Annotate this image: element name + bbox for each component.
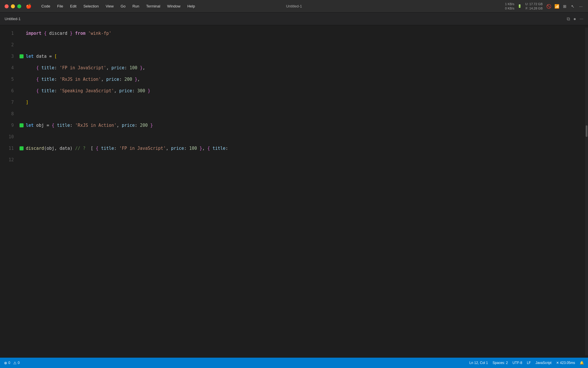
timing-label: ✕ 423.05ms: [556, 361, 575, 365]
menu-item-window[interactable]: Window: [164, 3, 183, 9]
vertical-scrollbar[interactable]: [585, 28, 588, 355]
breakpoint-11[interactable]: [20, 146, 24, 150]
net-download: 0 KB/s: [505, 6, 514, 10]
minimize-button[interactable]: [11, 4, 15, 8]
code-line-1: import { discard } from 'wink-fp': [26, 28, 585, 39]
error-icon: ⊗: [4, 361, 7, 365]
menu-item-go[interactable]: Go: [118, 3, 128, 9]
code-line-12: [26, 154, 585, 166]
storage-u: U: 17.72 GB: [525, 2, 543, 6]
titlebar-icon-group: 🚫 📶 ⊞ ↖ ···: [546, 4, 583, 9]
language-label: JavaScript: [535, 361, 552, 365]
gutter-8: [17, 108, 26, 120]
menu-item-edit[interactable]: Edit: [67, 3, 79, 9]
code-line-2: [26, 39, 585, 51]
menu-item-file[interactable]: File: [54, 3, 66, 9]
gutter-9: [17, 120, 26, 131]
menu-item-terminal[interactable]: Terminal: [143, 3, 163, 9]
titlebar-right: 1 KB/s 0 KB/s 🔋 U: 17.72 GB F: 14.28 GB …: [505, 2, 583, 10]
more-titlebar-icon[interactable]: ···: [578, 4, 583, 9]
blocked-icon[interactable]: 🚫: [546, 4, 551, 9]
menu-item-view[interactable]: View: [103, 3, 117, 9]
debug-gutter: [17, 28, 26, 355]
menu-item-help[interactable]: Help: [184, 3, 198, 9]
line-numbers: 1 2 3 4 5 6 7 8 9 10 11 12: [0, 28, 17, 355]
statusbar-left: ⊗ 0 ⚠ 0: [4, 361, 20, 365]
tabbar-right: ⧉ ● ···: [567, 16, 583, 22]
gutter-12: [17, 154, 26, 166]
gutter-7: [17, 97, 26, 108]
code-area[interactable]: 1 2 3 4 5 6 7 8 9 10 11 12: [0, 25, 588, 358]
spaces-label: Spaces: 2: [493, 361, 508, 365]
gutter-11: [17, 143, 26, 154]
warning-icon: ⚠: [13, 361, 17, 365]
storage-info: U: 17.72 GB F: 14.28 GB: [525, 2, 543, 10]
menu-bar: 🍎 Code File Edit Selection View Go Run T…: [26, 3, 198, 9]
maximize-button[interactable]: [17, 4, 21, 8]
encoding[interactable]: UTF-8: [512, 361, 522, 365]
notification-bell[interactable]: 🔔: [580, 361, 584, 365]
menu-item-code[interactable]: Code: [38, 3, 53, 9]
bell-icon: 🔔: [580, 361, 584, 365]
cursor-position[interactable]: Ln 12, Col 1: [469, 361, 488, 365]
indentation[interactable]: Spaces: 2: [493, 361, 508, 365]
gutter-1: [17, 28, 26, 39]
window-title: Untitled-1: [286, 4, 302, 8]
warning-number: 0: [18, 361, 20, 365]
menu-item-selection[interactable]: Selection: [80, 3, 101, 9]
code-line-5: { title: 'RxJS in Action', price: 200 },: [26, 74, 585, 85]
code-line-6: { title: 'Speaking JavaScript', price: 3…: [26, 85, 585, 97]
wifi-icon[interactable]: 📶: [554, 4, 559, 9]
breakpoint-9[interactable]: [20, 123, 24, 127]
error-number: 0: [8, 361, 10, 365]
editor-container: 1 2 3 4 5 6 7 8 9 10 11 12: [0, 25, 588, 358]
code-line-7: ]: [26, 97, 585, 108]
split-editor-icon[interactable]: ⧉: [567, 16, 570, 22]
gutter-4: [17, 62, 26, 74]
storage-f: F: 14.28 GB: [526, 6, 543, 10]
tab-title[interactable]: Untitled-1: [5, 17, 21, 21]
scrollbar-thumb[interactable]: [586, 125, 587, 137]
code-line-10: [26, 131, 585, 143]
battery-info: 🔋: [518, 4, 522, 8]
code-line-11: discard(obj, data) // ? [ { title: 'FP i…: [26, 143, 585, 154]
eol-label: LF: [527, 361, 531, 365]
statusbar: ⊗ 0 ⚠ 0 Ln 12, Col 1 Spaces: 2 UTF-8 LF …: [0, 358, 588, 368]
encoding-label: UTF-8: [512, 361, 522, 365]
gutter-2: [17, 39, 26, 51]
close-button[interactable]: [5, 4, 9, 8]
language-mode[interactable]: JavaScript: [535, 361, 552, 365]
net-upload: 1 KB/s: [505, 2, 514, 6]
tabbar: Untitled-1 ⧉ ● ···: [0, 13, 588, 25]
traffic-lights: [5, 4, 21, 8]
menu-left: 🍎 Code File Edit Selection View Go Run T…: [5, 3, 198, 9]
unsaved-indicator: ●: [573, 16, 576, 22]
menu-item-run[interactable]: Run: [129, 3, 142, 9]
apple-icon[interactable]: 🍎: [26, 3, 32, 9]
code-editor[interactable]: import { discard } from 'wink-fp' let da…: [26, 28, 585, 355]
error-count[interactable]: ⊗ 0 ⚠ 0: [4, 361, 20, 365]
statusbar-right: Ln 12, Col 1 Spaces: 2 UTF-8 LF JavaScri…: [469, 361, 584, 365]
gutter-10: [17, 131, 26, 143]
breakpoint-3[interactable]: [20, 54, 24, 58]
sys-info: 1 KB/s 0 KB/s: [505, 2, 514, 10]
code-line-8: [26, 108, 585, 120]
timing-info[interactable]: ✕ 423.05ms: [556, 361, 575, 365]
code-line-3: let data = [: [26, 51, 585, 62]
pointer-icon[interactable]: ↖: [570, 4, 575, 9]
code-line-9: let obj = { title: 'RxJS in Action', pri…: [26, 120, 585, 131]
gutter-3: [17, 51, 26, 62]
gutter-5: [17, 74, 26, 85]
titlebar: 🍎 Code File Edit Selection View Go Run T…: [0, 0, 588, 13]
more-options-icon[interactable]: ···: [580, 16, 583, 22]
controls-icon[interactable]: ⊞: [562, 4, 567, 9]
code-line-4: { title: 'FP in JavaScript', price: 100 …: [26, 62, 585, 74]
gutter-6: [17, 85, 26, 97]
eol-sequence[interactable]: LF: [527, 361, 531, 365]
ln-col: Ln 12, Col 1: [469, 361, 488, 365]
